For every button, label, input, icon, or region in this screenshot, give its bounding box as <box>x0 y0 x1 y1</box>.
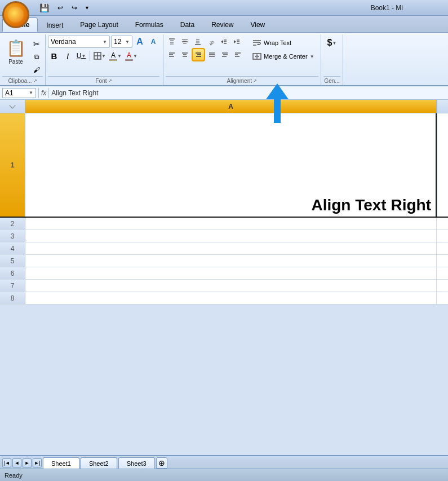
paste-button[interactable]: 📋 Paste <box>2 36 29 68</box>
clipboard-expand-icon[interactable]: ↗ <box>33 78 37 83</box>
font-name-value: Verdana <box>51 38 103 46</box>
row-num-1[interactable]: 1 <box>0 113 25 217</box>
row-1: 1 Align Text Right <box>0 113 448 218</box>
row-8: 8 <box>0 292 448 305</box>
select-all-button[interactable] <box>0 100 25 113</box>
row-num-6[interactable]: 6 <box>0 267 25 279</box>
col-header-extra <box>437 100 448 113</box>
cell-a4[interactable] <box>25 242 437 254</box>
justify-button[interactable] <box>206 48 218 61</box>
merge-center-button[interactable]: Merge & Center ▼ <box>249 50 318 63</box>
redo-button[interactable]: ↪ <box>68 2 81 14</box>
copy-button[interactable]: ⧉ <box>30 51 43 63</box>
tab-page-layout[interactable]: Page Layout <box>72 17 126 32</box>
row-num-4[interactable]: 4 <box>0 242 25 254</box>
number-group: $ ▼ Gen... <box>321 34 344 85</box>
formula-bar-divider <box>38 88 39 98</box>
font-group-label: Font ↗ <box>48 76 159 85</box>
align-center-button[interactable] <box>179 48 191 61</box>
increase-indent-button[interactable] <box>230 36 243 48</box>
formula-input[interactable]: Align Text Right <box>51 89 446 97</box>
fill-color-button[interactable]: A ▼ <box>108 50 123 62</box>
bold-button[interactable]: B <box>48 50 60 62</box>
cell-a2[interactable] <box>25 218 437 230</box>
align-extra-button[interactable] <box>232 48 244 61</box>
office-button[interactable] <box>2 1 29 28</box>
sheet-nav-next[interactable]: ► <box>23 458 32 467</box>
sheet-nav-prev[interactable]: ◄ <box>12 458 21 467</box>
wrap-text-label: Wrap Text <box>264 39 291 46</box>
paste-label: Paste <box>8 59 23 65</box>
cell-ref-dropdown[interactable]: ▼ <box>29 90 33 95</box>
align-right-button[interactable] <box>192 48 205 61</box>
underline-button[interactable]: U ▼ <box>75 50 87 62</box>
paste-icon: 📋 <box>6 39 26 58</box>
title-text: Book1 - Mi <box>371 4 403 12</box>
font-size-value: 12 <box>114 38 125 46</box>
sheet-tab-sheet3[interactable]: Sheet3 <box>118 457 155 469</box>
tab-data[interactable]: Data <box>172 17 203 32</box>
font-name-arrow: ▼ <box>103 39 107 45</box>
row-num-7[interactable]: 7 <box>0 280 25 292</box>
sheet-tab-sheet2[interactable]: Sheet2 <box>81 457 117 469</box>
font-grow-button[interactable]: A <box>134 36 146 48</box>
new-sheet-button[interactable]: ⊕ <box>156 457 167 469</box>
merge-center-icon <box>252 52 261 60</box>
row-4: 4 <box>0 242 448 255</box>
undo-button[interactable]: ↩ <box>54 2 66 14</box>
wrap-text-button[interactable]: Wrap Text <box>249 37 318 49</box>
font-expand-icon[interactable]: ↗ <box>108 78 112 83</box>
alignment-group-label: Alignment ↗ <box>166 76 318 85</box>
merge-center-arrow: ▼ <box>310 54 314 59</box>
cell-a6[interactable] <box>25 267 437 279</box>
cell-a5[interactable] <box>25 255 437 267</box>
font-shrink-button[interactable]: A <box>147 36 159 48</box>
fx-label: fx <box>41 89 46 97</box>
format-painter-button[interactable]: 🖌 <box>30 64 43 76</box>
tab-insert[interactable]: Insert <box>38 17 72 32</box>
borders-button[interactable]: ▼ <box>92 50 107 62</box>
align-bottom-button[interactable] <box>192 36 204 48</box>
tab-formulas[interactable]: Formulas <box>127 17 172 32</box>
alignment-group: ab <box>163 34 321 85</box>
font-size-combo[interactable]: 12 ▼ <box>111 36 132 48</box>
currency-button[interactable]: $ ▼ <box>323 37 341 49</box>
row-3: 3 <box>0 230 448 242</box>
font-size-arrow: ▼ <box>125 39 130 45</box>
svg-marker-20 <box>234 40 236 43</box>
cell-a3[interactable] <box>25 230 437 242</box>
svg-marker-49 <box>258 55 259 58</box>
align-middle-button[interactable] <box>179 36 191 48</box>
svg-marker-16 <box>221 40 223 43</box>
row-1-extra <box>437 113 448 217</box>
sheet-tab-sheet1[interactable]: Sheet1 <box>43 457 79 469</box>
font-color-button[interactable]: A ▼ <box>124 50 139 62</box>
decrease-indent-button[interactable] <box>218 36 230 48</box>
row-num-2[interactable]: 2 <box>0 218 25 230</box>
row-num-5[interactable]: 5 <box>0 255 25 267</box>
tab-view[interactable]: View <box>242 17 273 32</box>
align-top-button[interactable] <box>166 36 178 48</box>
cell-a1[interactable]: Align Text Right <box>25 113 437 217</box>
sheet-nav-last[interactable]: ►| <box>33 458 42 467</box>
row-5: 5 <box>0 255 448 267</box>
align-left-button[interactable] <box>166 48 178 61</box>
cut-button[interactable]: ✂ <box>30 38 43 50</box>
orientation-button[interactable]: ab <box>205 36 217 48</box>
sheet-nav-first[interactable]: |◄ <box>2 458 11 467</box>
italic-button[interactable]: I <box>61 50 74 62</box>
cell-a8[interactable] <box>25 292 437 304</box>
cell-a7[interactable] <box>25 280 437 292</box>
alignment-expand-icon[interactable]: ↗ <box>253 78 257 83</box>
col-header-a[interactable]: A <box>25 100 437 113</box>
tab-review[interactable]: Review <box>203 17 242 32</box>
font-name-combo[interactable]: Verdana ▼ <box>48 36 110 48</box>
cell-reference-box[interactable]: A1 ▼ <box>2 88 36 98</box>
row-num-8[interactable]: 8 <box>0 292 25 304</box>
cell-ref-value: A1 <box>5 89 14 97</box>
distributed-button[interactable] <box>219 48 231 61</box>
qat-dropdown[interactable]: ▼ <box>82 3 92 12</box>
save-button[interactable]: 💾 <box>36 2 52 14</box>
row-6: 6 <box>0 267 448 280</box>
row-num-3[interactable]: 3 <box>0 230 25 242</box>
